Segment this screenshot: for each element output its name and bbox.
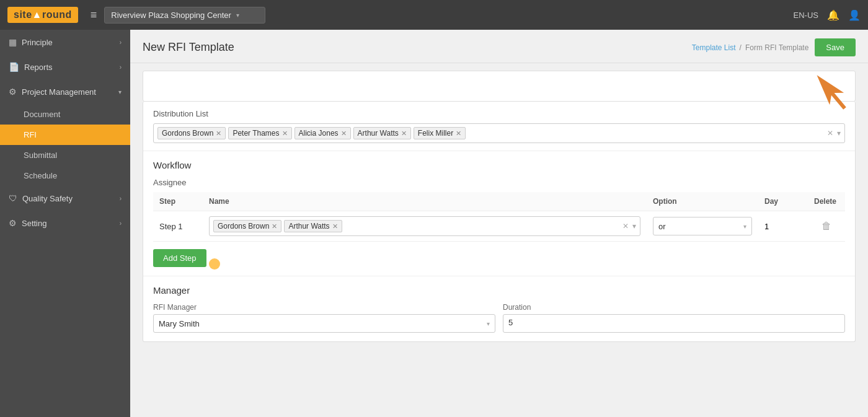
page-header: New RFI Template Template List / Form RF… xyxy=(130,30,868,63)
remove-arthur-watts[interactable]: ✕ xyxy=(401,129,407,138)
col-option: Option xyxy=(647,192,758,211)
day-cell: 1 xyxy=(758,211,808,242)
description-textarea[interactable] xyxy=(143,71,856,102)
col-step: Step xyxy=(153,192,203,211)
tag-felix-miller: Felix Miller ✕ xyxy=(414,127,466,139)
sidebar-item-reports[interactable]: 📄 Reports › xyxy=(0,55,130,79)
option-value: or xyxy=(658,222,666,231)
workflow-table: Step Name Option Day Delete Step 1 xyxy=(153,192,845,242)
day-value: 1 xyxy=(764,222,769,231)
sidebar-label-project-mgmt: Project Management xyxy=(22,87,96,97)
principle-icon: ▦ xyxy=(9,37,17,47)
manager-section: Manager RFI Manager Mary Smith ▾ Duratio xyxy=(143,276,855,341)
project-mgmt-chevron: ▾ xyxy=(118,89,122,95)
remove-alicia-jones[interactable]: ✕ xyxy=(341,129,347,138)
logo-arrow: ▲ xyxy=(32,9,42,20)
sidebar-label-submittal: Submittal xyxy=(24,151,57,160)
add-step-button[interactable]: Add Step xyxy=(153,249,206,267)
col-delete: Delete xyxy=(808,192,845,211)
tag-alicia-jones: Alicia Jones ✕ xyxy=(294,127,351,139)
step-name-input[interactable]: Gordons Brown ✕ Arthur Watts ✕ xyxy=(209,216,640,236)
duration-field: Duration 5 xyxy=(503,303,845,333)
content-area: Distribution List Gordons Brown ✕ Peter … xyxy=(130,63,868,417)
remove-gordons-brown[interactable]: ✕ xyxy=(216,129,221,138)
sidebar-label-document: Document xyxy=(24,110,60,119)
col-day: Day xyxy=(758,192,808,211)
step-tag-gordons: Gordons Brown ✕ xyxy=(213,220,281,232)
menu-icon[interactable]: ≡ xyxy=(91,9,97,22)
principle-chevron: › xyxy=(120,39,122,46)
table-row: Step 1 Gordons Brown ✕ xyxy=(153,211,845,242)
remove-step-arthur[interactable]: ✕ xyxy=(332,222,338,230)
logo-site: site xyxy=(14,9,32,20)
sidebar-item-quality-safety[interactable]: 🛡 Quality Safety › xyxy=(0,186,130,211)
sidebar-item-rfi[interactable]: RFI xyxy=(0,125,130,145)
duration-value: 5 xyxy=(508,318,513,327)
topbar: site▲round ≡ Riverview Plaza Shopping Ce… xyxy=(0,0,868,30)
rfi-manager-select[interactable]: Mary Smith ▾ xyxy=(153,314,495,333)
project-name: Riverview Plaza Shopping Center xyxy=(111,11,231,20)
clear-icon[interactable]: ✕ xyxy=(827,129,833,138)
locale-label: EN-US xyxy=(794,11,818,20)
breadcrumb-link[interactable]: Template List xyxy=(692,43,736,52)
remove-step-gordons[interactable]: ✕ xyxy=(272,222,277,230)
tag-arthur-watts: Arthur Watts ✕ xyxy=(353,127,411,139)
page-title: New RFI Template xyxy=(143,41,234,54)
tag-input-controls: ✕ ▾ xyxy=(827,129,841,138)
setting-icon: ⚙ xyxy=(9,218,17,228)
sidebar-label-principle: Principle xyxy=(22,38,53,47)
duration-input[interactable]: 5 xyxy=(503,314,845,333)
step-tag-arthur: Arthur Watts ✕ xyxy=(284,220,342,232)
col-name: Name xyxy=(203,192,647,211)
bell-icon[interactable]: 🔔 xyxy=(827,9,839,21)
reports-chevron: › xyxy=(120,64,122,71)
quality-safety-chevron: › xyxy=(120,195,122,202)
breadcrumb-separator: / xyxy=(740,43,742,52)
user-icon[interactable]: 👤 xyxy=(848,9,861,21)
manager-title: Manager xyxy=(153,285,845,296)
quality-safety-icon: 🛡 xyxy=(9,193,17,203)
sidebar: ▦ Principle › 📄 Reports › ⚙ Project Mana… xyxy=(0,30,130,417)
delete-cell: 🗑 xyxy=(808,211,845,242)
logo: site▲round xyxy=(7,7,78,23)
dropdown-icon[interactable]: ▾ xyxy=(837,129,841,138)
assignee-label: Assignee xyxy=(153,178,845,187)
step-clear-icon[interactable]: ✕ xyxy=(622,222,629,230)
remove-peter-thames[interactable]: ✕ xyxy=(282,129,288,138)
duration-label: Duration xyxy=(503,303,845,312)
sidebar-item-principle[interactable]: ▦ Principle › xyxy=(0,30,130,55)
project-selector[interactable]: Riverview Plaza Shopping Center ▾ xyxy=(104,7,265,24)
workflow-section: Workflow Assignee Step Name Option Day D… xyxy=(143,151,855,276)
project-chevron-icon: ▾ xyxy=(236,12,239,19)
sidebar-label-reports: Reports xyxy=(24,63,53,72)
breadcrumb: Template List / Form RFI Template xyxy=(692,43,809,52)
add-step-wrapper: Add Step xyxy=(153,249,206,267)
workflow-title: Workflow xyxy=(153,160,845,170)
sidebar-item-project-management[interactable]: ⚙ Project Management ▾ xyxy=(0,79,130,104)
sidebar-label-quality-safety: Quality Safety xyxy=(22,194,73,203)
tag-peter-thames: Peter Thames ✕ xyxy=(228,127,291,139)
project-mgmt-icon: ⚙ xyxy=(9,87,17,97)
setting-chevron: › xyxy=(120,220,122,227)
option-select[interactable]: or ▾ xyxy=(653,217,752,235)
distribution-tag-input[interactable]: Gordons Brown ✕ Peter Thames ✕ Alicia Jo… xyxy=(153,123,845,143)
tag-gordons-brown: Gordons Brown ✕ xyxy=(157,127,226,139)
sidebar-item-submittal[interactable]: Submittal xyxy=(0,145,130,165)
sidebar-item-document[interactable]: Document xyxy=(0,104,130,125)
save-button[interactable]: Save xyxy=(815,38,856,56)
rfi-manager-field: RFI Manager Mary Smith ▾ xyxy=(153,303,495,333)
sidebar-item-schedule[interactable]: Schedule xyxy=(0,165,130,186)
rfi-manager-chevron: ▾ xyxy=(487,320,490,327)
sidebar-item-setting[interactable]: ⚙ Setting › xyxy=(0,211,130,235)
remove-felix-miller[interactable]: ✕ xyxy=(456,129,461,138)
delete-icon[interactable]: 🗑 xyxy=(822,221,831,231)
reports-icon: 📄 xyxy=(9,62,19,72)
main-card: Distribution List Gordons Brown ✕ Peter … xyxy=(143,102,856,342)
cursor-indicator xyxy=(209,258,220,270)
rfi-manager-label: RFI Manager xyxy=(153,303,495,312)
topbar-right: EN-US 🔔 👤 xyxy=(794,9,861,21)
sidebar-label-rfi: RFI xyxy=(24,130,37,139)
manager-grid: RFI Manager Mary Smith ▾ Duration 5 xyxy=(153,303,845,333)
step-dropdown-icon[interactable]: ▾ xyxy=(632,222,636,230)
step-tag-controls: ✕ ▾ xyxy=(622,222,636,230)
